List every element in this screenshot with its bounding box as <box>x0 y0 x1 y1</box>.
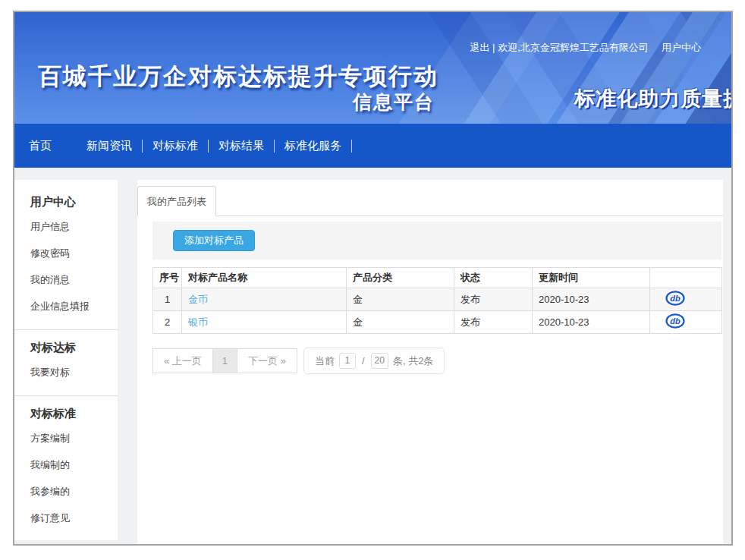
db-logo-icon[interactable]: db <box>665 291 685 308</box>
current-label: 当前 <box>315 354 335 368</box>
sidebar-item-plan-drafting[interactable]: 方案编制 <box>14 426 118 452</box>
sidebar-item-enterprise-info[interactable]: 企业信息填报 <box>14 294 118 320</box>
cell-no: 1 <box>153 288 182 311</box>
sidebar-item-i-want-benchmark[interactable]: 我要对标 <box>14 360 118 386</box>
cell-updated: 2020-10-23 <box>533 288 650 311</box>
toolbar: 添加对标产品 <box>152 222 721 260</box>
cell-no: 2 <box>153 311 182 334</box>
main-nav: 首页 新闻资讯 对标标准 对标结果 标准化服务 <box>14 124 731 168</box>
site-title: 百城千业万企对标达标提升专项行动 <box>38 61 439 93</box>
add-benchmark-product-button[interactable]: 添加对标产品 <box>173 230 255 251</box>
nav-separator <box>208 140 209 153</box>
svg-text:db: db <box>670 316 681 326</box>
nav-item-home[interactable]: 首页 <box>29 139 52 153</box>
next-page-button[interactable]: 下一页 » <box>237 348 297 373</box>
user-center-link[interactable]: 用户中心 <box>662 42 701 53</box>
sidebar-item-i-coauthored[interactable]: 我参编的 <box>14 479 118 505</box>
nav-separator <box>351 140 352 153</box>
pagination: « 上一页 1 下一页 » 当前 1 / 20 条, 共2条 <box>152 348 723 374</box>
current-page-input[interactable]: 1 <box>339 353 356 369</box>
page-size-input[interactable]: 20 <box>371 353 388 369</box>
nav-item-standards[interactable]: 对标标准 <box>152 139 198 153</box>
col-header-status: 状态 <box>454 268 533 288</box>
header-banner: 退出 | 欢迎,北京金冠辉煌工艺品有限公司 用户中心 百城千业万企对标达标提升专… <box>14 12 731 124</box>
sidebar-item-revision-opinions[interactable]: 修订意见 <box>14 505 118 532</box>
sidebar-divider <box>14 329 118 330</box>
logout-link[interactable]: 退出 <box>470 42 489 53</box>
tab-bar: 我的产品列表 <box>137 180 723 216</box>
col-header-actions <box>650 268 722 288</box>
col-header-category: 产品分类 <box>347 268 454 288</box>
nav-separator <box>142 140 143 153</box>
cell-category: 金 <box>347 288 454 311</box>
tab-my-product-list[interactable]: 我的产品列表 <box>137 186 216 216</box>
product-link[interactable]: 金币 <box>188 294 208 305</box>
sidebar-section-user-center: 用户中心 <box>30 195 118 209</box>
top-links-pipe: | <box>492 42 495 53</box>
product-link[interactable]: 银币 <box>188 316 208 328</box>
banner-slogan: 标准化助力质量提 <box>574 85 731 112</box>
sidebar-item-my-messages[interactable]: 我的消息 <box>14 267 118 294</box>
col-header-updated: 更新时间 <box>533 268 650 288</box>
sidebar-item-change-password[interactable]: 修改密码 <box>14 241 118 267</box>
app-window: 退出 | 欢迎,北京金冠辉煌工艺品有限公司 用户中心 百城千业万企对标达标提升专… <box>13 11 733 546</box>
nav-separator <box>274 140 275 153</box>
nav-item-news[interactable]: 新闻资讯 <box>86 139 132 153</box>
sidebar-section-benchmarking: 对标达标 <box>30 341 118 355</box>
col-header-product-name: 对标产品名称 <box>182 268 347 288</box>
cell-status: 发布 <box>454 288 533 311</box>
sidebar-section-standards: 对标标准 <box>30 407 118 421</box>
table-header-row: 序号 对标产品名称 产品分类 状态 更新时间 <box>153 268 722 288</box>
page-number-button[interactable]: 1 <box>212 348 237 373</box>
sidebar: 用户中心 用户信息 修改密码 我的消息 企业信息填报 对标达标 我要对标 对标标… <box>14 180 118 540</box>
cell-updated: 2020-10-23 <box>533 311 650 334</box>
prev-page-button[interactable]: « 上一页 <box>152 348 213 373</box>
product-table: 序号 对标产品名称 产品分类 状态 更新时间 1 金币 金 发布 2020-10… <box>152 267 722 334</box>
sidebar-divider <box>14 395 118 396</box>
site-subtitle: 信息平台 <box>353 90 435 115</box>
total-count-label: 条, 共2条 <box>393 354 433 368</box>
sidebar-item-user-info[interactable]: 用户信息 <box>14 214 118 241</box>
table-row: 1 金币 金 发布 2020-10-23 db <box>153 288 722 311</box>
table-row: 2 银币 金 发布 2020-10-23 db <box>153 311 722 334</box>
db-logo-icon[interactable]: db <box>665 313 685 331</box>
page-slash: / <box>362 355 365 367</box>
nav-item-results[interactable]: 对标结果 <box>218 139 264 153</box>
nav-item-services[interactable]: 标准化服务 <box>284 139 341 153</box>
sidebar-item-i-drafted[interactable]: 我编制的 <box>14 452 118 479</box>
header-top-links: 退出 | 欢迎,北京金冠辉煌工艺品有限公司 用户中心 <box>470 41 701 55</box>
pagination-info: 当前 1 / 20 条, 共2条 <box>303 348 445 374</box>
col-header-no: 序号 <box>153 268 182 288</box>
main-content: 我的产品列表 添加对标产品 序号 对标产品名称 产品分类 状态 更新时间 <box>137 180 723 544</box>
welcome-text: 欢迎,北京金冠辉煌工艺品有限公司 <box>498 42 649 53</box>
cell-category: 金 <box>347 311 454 334</box>
svg-text:db: db <box>670 294 681 303</box>
cell-status: 发布 <box>454 311 533 334</box>
